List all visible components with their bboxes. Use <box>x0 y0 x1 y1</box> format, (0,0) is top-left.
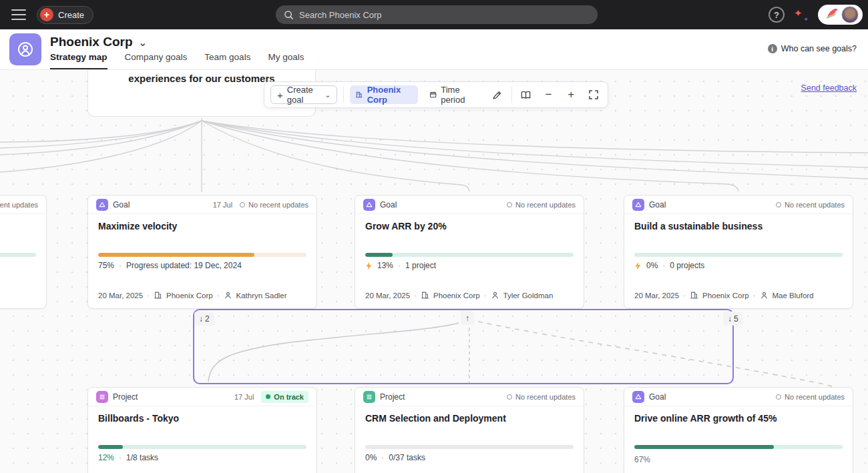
zoom-out-button[interactable]: − <box>540 85 557 104</box>
account-switcher[interactable] <box>818 5 863 25</box>
send-feedback-link[interactable]: Send feedback <box>801 83 857 93</box>
create-button[interactable]: + Create <box>37 6 93 24</box>
who-can-see-goals[interactable]: i Who can see goals? <box>768 44 857 53</box>
user-avatar <box>841 6 859 23</box>
arrow-up-icon: ↑ <box>465 314 469 323</box>
chevron-down-icon[interactable]: ⌄ <box>139 37 148 49</box>
highlight-tool-button[interactable] <box>489 85 505 104</box>
progress-fill <box>98 253 254 257</box>
progress-track <box>98 445 306 449</box>
progress-fill <box>634 445 774 449</box>
progress-stats: 0% · 0 projects <box>634 261 704 270</box>
collapse-toggle-center[interactable]: ↑ <box>461 311 474 325</box>
building-icon <box>355 90 363 99</box>
status-badge: No recent updates <box>507 393 576 401</box>
card-title: Maximize velocity <box>98 221 306 231</box>
tab-strategy-map[interactable]: Strategy map <box>50 52 107 69</box>
progress-fill <box>98 445 123 449</box>
goal-icon <box>363 199 375 211</box>
progress-stats: 0% · 0/37 tasks <box>365 453 425 462</box>
search-placeholder: Search Phoenix Corp <box>299 10 382 20</box>
person-badge-icon <box>16 40 35 59</box>
card-type-label: Goal <box>113 200 130 209</box>
progress-stats: 75% · Progress updated: 19 Dec, 2024 <box>98 261 242 270</box>
time-period-button[interactable]: Time period <box>424 85 483 104</box>
card-title: Billboards - Tokyo <box>98 413 306 424</box>
goal-card-partial[interactable]: Goal No recent updates <box>0 195 47 309</box>
goal-card-maximize-velocity[interactable]: Goal 17 Jul No recent updates Maximize v… <box>87 195 317 309</box>
goal-card-grow-arr[interactable]: Goal No recent updates Grow ARR by 20% 1… <box>355 195 584 309</box>
create-button-label: Create <box>58 10 84 20</box>
card-footer: 20 Mar, 2025· Phoenix Corp· Kathryn Sadl… <box>98 291 287 300</box>
project-card-billboards-tokyo[interactable]: Project 17 Jul On track Billboards - Tok… <box>87 387 317 473</box>
create-goal-button[interactable]: + Create goal ⌄ <box>270 85 337 104</box>
status-badge: No recent updates <box>0 201 38 209</box>
status-circle-icon <box>507 202 512 207</box>
minus-icon: − <box>546 88 552 101</box>
map-overview-button[interactable] <box>518 85 535 104</box>
person-icon <box>491 291 499 300</box>
card-title: Grow ARR by 20% <box>365 221 574 231</box>
open-book-icon <box>520 89 531 101</box>
strategy-map-canvas[interactable]: experiences for our customers Send feedb… <box>0 70 868 473</box>
progress-stats: 67% <box>634 455 650 464</box>
page-header: Phoenix Corp ⌄ Strategy map Company goal… <box>0 29 868 70</box>
card-title: Drive online ARR growth of 45% <box>634 413 843 424</box>
goal-icon <box>632 391 644 403</box>
collapse-toggle-left[interactable]: ↓ 2 <box>194 312 214 326</box>
who-can-see-label: Who can see goals? <box>781 44 857 53</box>
calendar-icon <box>429 90 437 99</box>
status-badge: No recent updates <box>776 201 845 209</box>
chevron-down-icon: ⌄ <box>324 91 331 99</box>
tab-my-goals[interactable]: My goals <box>268 52 304 69</box>
tab-company-goals[interactable]: Company goals <box>125 52 188 69</box>
goal-card-drive-online-arr[interactable]: Goal No recent updates Drive online ARR … <box>624 387 853 473</box>
progress-track <box>365 253 574 257</box>
fullscreen-button[interactable] <box>585 85 602 104</box>
topbar-right-cluster: ? ✦ ✦ <box>769 0 863 29</box>
lightning-icon <box>365 262 373 270</box>
progress-fill <box>365 253 393 257</box>
tab-team-goals[interactable]: Team goals <box>204 52 250 69</box>
status-badge: No recent updates <box>776 393 845 401</box>
hamburger-menu-icon[interactable] <box>11 9 26 20</box>
phoenix-logo-icon <box>822 7 839 23</box>
zoom-in-button[interactable]: + <box>563 85 580 104</box>
progress-stats: 13% · 1 project <box>365 261 436 270</box>
help-button[interactable]: ? <box>769 7 785 23</box>
highlighter-icon <box>491 89 503 101</box>
plus-icon: + <box>568 88 574 101</box>
card-type-label: Goal <box>649 200 666 209</box>
org-filter-label: Phoenix Corp <box>367 85 413 105</box>
collapse-toggle-right[interactable]: ↓ 5 <box>723 312 743 326</box>
progress-track <box>98 253 306 257</box>
card-footer: 20 Mar, 2025· Phoenix Corp· Tyler Goldma… <box>365 291 553 300</box>
progress-stats: 12% · 1/8 tasks <box>98 453 158 462</box>
search-input[interactable]: Search Phoenix Corp <box>276 5 598 24</box>
expand-icon <box>588 89 599 100</box>
goal-card-sustainable-business[interactable]: Goal No recent updates Build a sustainab… <box>624 195 853 309</box>
building-icon <box>421 291 429 300</box>
card-title: Build a sustainable business <box>634 221 843 231</box>
progress-track <box>634 253 843 257</box>
ai-sparkles-button[interactable]: ✦ ✦ <box>794 7 809 23</box>
progress-track <box>0 253 36 257</box>
card-type-label: Goal <box>649 392 666 402</box>
goal-icon <box>632 199 644 211</box>
page-title: Phoenix Corp <box>50 35 133 49</box>
plus-icon: + <box>277 89 283 101</box>
status-dot-icon <box>266 394 270 399</box>
app-screen: + Create Search Phoenix Corp ? ✦ ✦ <box>0 0 868 473</box>
project-card-crm-selection[interactable]: Project No recent updates CRM Selection … <box>355 387 584 473</box>
child-count: 2 <box>205 314 210 324</box>
time-period-label: Time period <box>441 85 477 105</box>
card-type-label: Project <box>380 392 405 402</box>
status-badge: No recent updates <box>507 201 576 209</box>
person-icon <box>224 291 232 300</box>
toolbar-divider <box>511 87 512 103</box>
org-filter-button[interactable]: Phoenix Corp <box>350 85 418 104</box>
status-circle-icon <box>776 394 781 400</box>
card-type-label: Goal <box>380 200 397 209</box>
sparkle-icon: ✦ <box>794 8 803 18</box>
due-date: 17 Jul <box>213 201 232 209</box>
